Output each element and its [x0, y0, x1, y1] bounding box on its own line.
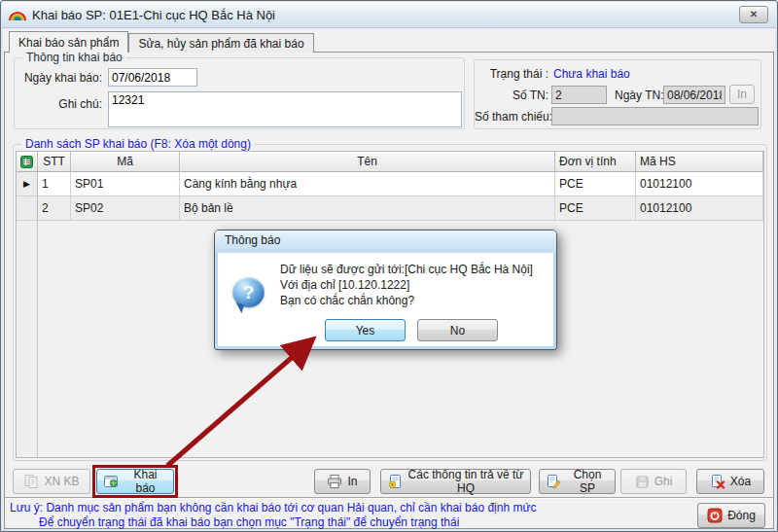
so-tn-label: Số TN:: [475, 89, 548, 102]
row-selector-icon: ▶: [17, 172, 38, 196]
row-selector-cell: [17, 196, 38, 221]
yes-button[interactable]: Yes: [325, 319, 406, 341]
sync-documents-icon: [23, 474, 39, 489]
dialog-message-line1: Dữ liệu sẽ được gửi tới:[Chi cục HQ Bắc …: [280, 262, 533, 277]
no-button[interactable]: No: [417, 319, 498, 341]
cell-mahs: 01012100: [636, 172, 763, 196]
cell-dvt: PCE: [555, 196, 636, 221]
grid-group-title: Danh sách SP khai báo (F8: Xóa một dòng): [21, 137, 255, 151]
cell-ma: SP02: [71, 196, 180, 221]
col-header-dvt[interactable]: Đơn vị tính: [555, 152, 636, 172]
confirmation-dialog: Thông báo ? Dữ liệu sẽ được gửi tới:[Chi…: [214, 230, 557, 350]
cell-stt: 2: [38, 196, 71, 221]
power-red-icon: [707, 508, 723, 523]
app-icon: [8, 8, 27, 22]
printer-icon: [327, 474, 342, 489]
window-close-button[interactable]: ✕: [739, 6, 768, 23]
close-icon: ✕: [750, 9, 758, 19]
chon-sp-button[interactable]: Chọn SP: [539, 469, 616, 494]
grid-header-row: STT Mã Tên Đơn vị tính Mã HS: [17, 152, 763, 172]
ghi-chu-textarea[interactable]: 12321: [108, 91, 462, 127]
dialog-titlebar: Thông báo: [215, 231, 556, 253]
cell-ten: Càng kính bằng nhựa: [180, 172, 555, 196]
window-titlebar: Khai báo SP: 01E1-Chi cục HQ Bắc Hà Nội …: [2, 2, 776, 28]
dialog-message-line3: Bạn có chắc chắn không?: [280, 293, 533, 308]
ref-label: Số tham chiếu:: [475, 110, 548, 124]
dialog-message-line2: Với địa chỉ [10.120.1222]: [280, 277, 533, 293]
dong-button[interactable]: Đóng: [697, 503, 765, 528]
ngay-tn-input: [663, 86, 725, 104]
table-row[interactable]: ▶ 1 SP01 Càng kính bằng nhựa PCE 0101210…: [17, 172, 763, 196]
status-group: Trạng thái : Chưa khai báo Số TN: Ngày T…: [474, 59, 761, 129]
excel-export-icon: [20, 156, 33, 168]
col-header-stt[interactable]: STT: [38, 152, 71, 172]
ghi-button: Ghi: [620, 469, 687, 494]
status-value: Chưa khai báo: [553, 67, 630, 81]
thong-tin-tra-ve-button[interactable]: Các thông tin trả về từ HQ: [380, 469, 531, 494]
col-header-mahs[interactable]: Mã HS: [636, 152, 763, 172]
dialog-message: Dữ liệu sẽ được gửi tới:[Chi cục HQ Bắc …: [280, 262, 533, 308]
tab-strip: Khai báo sản phẩm Sửa, hủy sản phẩm đã k…: [9, 31, 314, 53]
grid-corner-cell[interactable]: [17, 152, 38, 172]
info-group: Thông tin khai báo Ngày khai báo: Ghi ch…: [14, 57, 465, 129]
cell-mahs: 01012100: [636, 196, 763, 221]
in-button[interactable]: In: [314, 469, 371, 494]
question-icon: ?: [232, 277, 265, 307]
status-label: Trạng thái :: [475, 67, 548, 81]
footer-note-1: Lưu ý: Danh mục sản phẩm bạn không cần k…: [10, 501, 536, 514]
note-label: Ghi chú:: [18, 97, 102, 111]
so-tham-chieu-input: [551, 107, 759, 125]
floppy-disk-icon: [635, 475, 650, 489]
date-label: Ngày khai báo:: [18, 71, 102, 85]
in-small-button: In: [729, 85, 755, 104]
ngay-khai-bao-input[interactable]: [108, 68, 197, 87]
edit-page-pencil-icon: [546, 474, 561, 489]
ngay-tn-label: Ngày TN:: [615, 89, 663, 102]
tab-sua-huy-san-pham[interactable]: Sửa, hủy sản phẩm đã khai báo: [128, 33, 313, 53]
cell-ten: Bộ bản lề: [180, 196, 555, 221]
window-title: Khai báo SP: 01E1-Chi cục HQ Bắc Hà Nội: [32, 8, 275, 22]
tab-khai-bao-san-pham[interactable]: Khai báo sản phẩm: [9, 31, 128, 53]
xoa-button[interactable]: Xóa: [696, 469, 764, 494]
xn-kb-button: XN KB: [13, 469, 90, 494]
feedback-page-icon: [387, 474, 403, 489]
footer-note-2: Để chuyển trạng thái đã khai báo bạn chọ…: [39, 515, 459, 529]
col-header-ten[interactable]: Tên: [180, 152, 555, 172]
annotation-highlight-rect: [92, 465, 178, 498]
cell-stt: 1: [38, 172, 71, 196]
col-header-ma[interactable]: Mã: [71, 152, 180, 172]
dialog-body: ? Dữ liệu sẽ được gửi tới:[Chi cục HQ Bắ…: [218, 253, 553, 346]
cell-dvt: PCE: [555, 172, 636, 196]
table-row[interactable]: 2 SP02 Bộ bản lề PCE 01012100: [17, 196, 763, 221]
so-tn-input: [551, 86, 607, 104]
cell-ma: SP01: [71, 172, 180, 196]
delete-page-x-icon: [710, 474, 725, 489]
